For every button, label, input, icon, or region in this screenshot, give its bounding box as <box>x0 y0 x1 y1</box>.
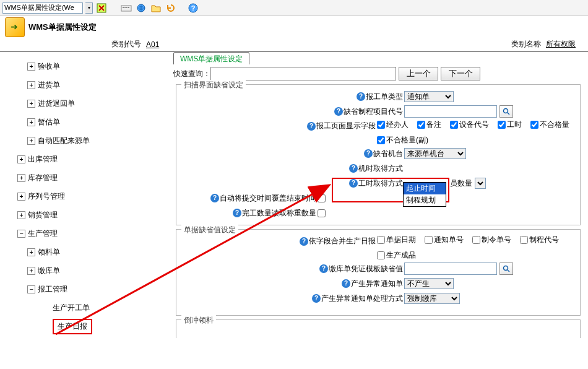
tree-item[interactable]: +进货退回单 <box>10 94 168 113</box>
expand-icon[interactable]: + <box>27 137 35 145</box>
tree-label[interactable]: 验收单 <box>38 61 60 72</box>
tab-wms-settings[interactable]: WMS单据属性设定 <box>173 52 249 64</box>
project-code-input[interactable] <box>404 105 497 118</box>
prev-button[interactable]: 上一个 <box>399 67 438 80</box>
tree-item[interactable]: 生产开工单 <box>10 298 168 317</box>
collapse-icon[interactable]: − <box>17 230 25 238</box>
checkbox-item[interactable]: 设备代号 <box>450 119 489 130</box>
checkbox-item[interactable]: 单据日期 <box>377 235 416 245</box>
voucher-template-input[interactable] <box>404 263 497 275</box>
expand-icon[interactable]: + <box>17 174 25 182</box>
dropdown-option[interactable]: 起止时间 <box>404 183 446 194</box>
tree-item[interactable]: +验收单 <box>10 57 168 76</box>
checkbox[interactable] <box>520 236 528 244</box>
tree-label[interactable]: 暂估单 <box>38 117 60 128</box>
tree-item[interactable]: −生产管理 <box>10 224 168 243</box>
machine-method-dropdown[interactable]: 起止时间 制程规划 <box>403 182 446 207</box>
gen-exception-select[interactable]: 不产生 <box>404 278 454 289</box>
checkbox-item[interactable]: 备注 <box>417 119 441 130</box>
tree-label[interactable]: 销货管理 <box>28 210 58 220</box>
next-button[interactable]: 下一个 <box>441 67 480 80</box>
help-icon[interactable]: ? <box>312 294 321 303</box>
checkbox[interactable] <box>377 236 385 244</box>
help-icon[interactable]: ? <box>210 194 219 202</box>
auto-commit-checkbox[interactable] <box>318 194 326 202</box>
checkbox-item[interactable]: 制程代号 <box>520 235 559 245</box>
tree-label[interactable]: 报工管理 <box>38 284 67 295</box>
expand-icon[interactable]: + <box>27 248 35 256</box>
combo-arrow-icon[interactable]: ▾ <box>85 2 93 14</box>
tree-item[interactable]: +库存管理 <box>10 168 168 187</box>
tree-label[interactable]: 进货退回单 <box>38 98 75 109</box>
expand-icon[interactable]: + <box>17 211 25 219</box>
lookup-icon[interactable] <box>499 105 513 118</box>
tree-label[interactable]: 库存管理 <box>28 173 58 183</box>
folder-icon[interactable] <box>150 2 162 14</box>
tree-label[interactable]: 缴库单 <box>38 266 60 276</box>
completed-qty-checkbox[interactable] <box>318 209 326 217</box>
expand-icon[interactable]: + <box>27 81 35 89</box>
tree-label[interactable]: 序列号管理 <box>28 191 65 202</box>
exception-handle-select[interactable]: 强制缴库 <box>404 293 460 304</box>
labor-qty-select[interactable] <box>475 178 486 189</box>
help-icon[interactable]: ? <box>319 264 328 273</box>
expand-icon[interactable]: + <box>17 193 25 201</box>
tree-item[interactable]: +领料单 <box>10 243 168 261</box>
help-icon[interactable]: ? <box>357 92 365 101</box>
close-icon[interactable] <box>95 2 108 14</box>
checkbox-item[interactable]: 生产成品 <box>377 250 416 261</box>
expand-icon[interactable]: + <box>27 100 35 108</box>
report-type-select[interactable]: 通知单 <box>404 91 454 102</box>
help-icon[interactable]: ? <box>349 164 358 173</box>
expand-icon[interactable]: + <box>27 267 35 275</box>
checkbox-item[interactable]: 不合格量(副) <box>377 135 428 145</box>
tree-label[interactable]: 领料单 <box>38 247 60 258</box>
expand-icon[interactable]: + <box>27 63 35 71</box>
help-icon[interactable]: ? <box>342 279 350 288</box>
tree-label[interactable]: 自动匹配来源单 <box>38 136 90 146</box>
tree-item[interactable]: 生产日报 <box>10 317 168 336</box>
checkbox[interactable] <box>377 251 385 259</box>
checkbox[interactable] <box>417 121 425 129</box>
checkbox-item[interactable]: 通知单号 <box>425 235 464 245</box>
tree-item[interactable]: +进货单 <box>10 76 168 94</box>
checkbox[interactable] <box>450 121 458 129</box>
checkbox[interactable] <box>377 121 385 129</box>
globe-icon[interactable] <box>135 2 147 14</box>
help-icon[interactable]: ? <box>233 209 241 217</box>
tree-label[interactable]: 出库管理 <box>28 154 58 165</box>
checkbox-item[interactable]: 制令单号 <box>472 235 511 245</box>
checkbox[interactable] <box>377 136 385 144</box>
help-icon[interactable]: ? <box>307 122 316 131</box>
help-icon[interactable]: ? <box>334 107 343 116</box>
collapse-icon[interactable]: − <box>27 285 35 293</box>
tree-item[interactable]: +暂估单 <box>10 113 168 131</box>
quick-search-input[interactable] <box>210 67 396 80</box>
lookup-icon[interactable] <box>499 263 513 275</box>
tree-label[interactable]: 生产开工单 <box>53 303 90 313</box>
tree-label[interactable]: 生产管理 <box>28 228 58 239</box>
checkbox[interactable] <box>472 236 480 244</box>
category-code-value[interactable]: A01 <box>146 40 183 49</box>
toolbar-combo[interactable]: WMS单据属性设定(We <box>2 2 83 14</box>
dropdown-option[interactable]: 制程规划 <box>404 194 446 206</box>
help-icon[interactable]: ? <box>300 237 308 246</box>
tree-item[interactable]: +缴库单 <box>10 261 168 280</box>
checkbox-item[interactable]: 工时 <box>498 119 522 130</box>
expand-icon[interactable]: + <box>27 118 35 126</box>
checkbox-item[interactable]: 不合格量 <box>530 119 569 130</box>
default-machine-select[interactable]: 来源单机台 <box>404 148 466 159</box>
checkbox-item[interactable]: 经办人 <box>377 119 409 130</box>
expand-icon[interactable]: + <box>17 155 25 163</box>
tree-item[interactable]: +序列号管理 <box>10 187 168 206</box>
tree-item[interactable]: +自动匹配来源单 <box>10 131 168 150</box>
refresh-icon[interactable] <box>165 2 177 14</box>
checkbox[interactable] <box>530 121 538 129</box>
tree-item[interactable]: +出库管理 <box>10 150 168 168</box>
tree-item[interactable]: +销货管理 <box>10 206 168 224</box>
tree-item[interactable]: −报工管理 <box>10 280 168 298</box>
help-icon[interactable]: ? <box>187 2 199 14</box>
category-name-value[interactable]: 所有权限 <box>546 39 583 50</box>
keyboard-icon[interactable] <box>120 2 132 14</box>
tree-label[interactable]: 进货单 <box>38 80 60 90</box>
